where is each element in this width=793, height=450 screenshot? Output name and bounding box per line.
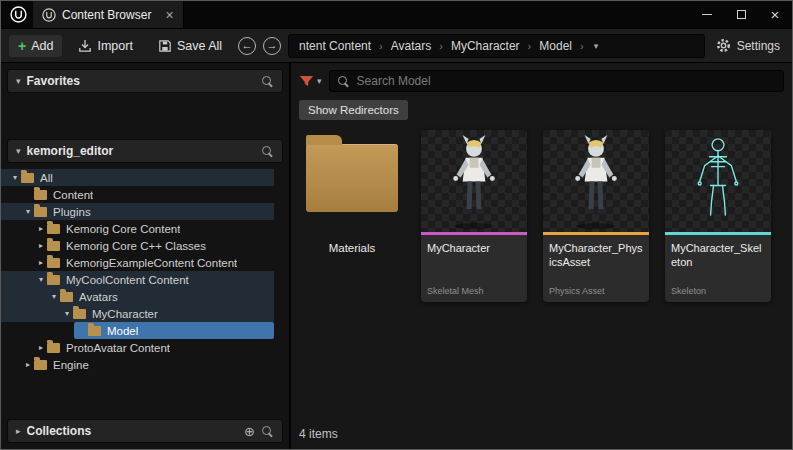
import-icon: [78, 39, 92, 53]
search-icon[interactable]: [261, 75, 274, 88]
minimize-icon: [702, 14, 712, 15]
sources-panel: ▾ Favorites ▾ kemorig_editor ▾AllContent…: [1, 63, 289, 449]
breadcrumb-separator-icon: ›: [379, 40, 383, 52]
expand-arrow-icon[interactable]: ▸: [35, 343, 47, 352]
asset-name: MyCharacter: [421, 235, 527, 255]
gear-icon: [716, 38, 731, 53]
search-icon[interactable]: [261, 425, 274, 438]
expand-arrow-icon: ▾: [16, 76, 21, 86]
tab-content-browser[interactable]: Content Browser ×: [33, 1, 184, 28]
tree-item-label: All: [40, 172, 53, 184]
search-input[interactable]: [357, 74, 776, 88]
close-button[interactable]: ×: [758, 1, 792, 28]
expand-arrow-icon[interactable]: ▾: [9, 173, 21, 182]
add-collection-icon[interactable]: ⊕: [244, 425, 255, 438]
filter-chip-row: Show Redirectors: [299, 100, 784, 120]
folder-icon: [73, 309, 86, 319]
save-all-button-label: Save All: [177, 39, 222, 53]
path-dropdown-icon[interactable]: ▾: [594, 41, 599, 51]
funnel-icon: [299, 75, 314, 88]
folder-icon: [88, 326, 101, 336]
forward-button[interactable]: →: [263, 37, 281, 55]
folder-name: Materials: [329, 242, 376, 254]
tree-item-label: KemorigExampleContent Content: [66, 257, 237, 269]
add-button[interactable]: + Add: [9, 35, 62, 57]
tree-item-plugins[interactable]: ▾Plugins: [1, 203, 274, 220]
titlebar[interactable]: Content Browser × ×: [1, 1, 792, 29]
asset-type-label: Skeleton: [665, 286, 771, 302]
sources-header[interactable]: ▾ kemorig_editor: [7, 139, 283, 163]
tree-item-label: Avatars: [79, 291, 118, 303]
expand-arrow-icon[interactable]: ▸: [35, 258, 47, 267]
expand-arrow-icon[interactable]: ▸: [35, 224, 47, 233]
show-redirectors-filter[interactable]: Show Redirectors: [299, 100, 408, 120]
tree-item-mycharacter[interactable]: ▾MyCharacter: [1, 305, 274, 322]
search-icon: [337, 75, 350, 88]
folder-icon: [21, 173, 34, 183]
expand-arrow-icon[interactable]: ▾: [35, 275, 47, 284]
folder-icon: [60, 292, 73, 302]
expand-arrow-icon[interactable]: ▾: [22, 207, 34, 216]
breadcrumb-item[interactable]: Avatars: [391, 39, 431, 53]
search-input-wrapper: [329, 70, 784, 92]
skeleton-thumbnail: [665, 130, 771, 232]
folder-icon: [34, 190, 47, 200]
sources-label: kemorig_editor: [27, 144, 255, 158]
search-icon[interactable]: [261, 145, 274, 158]
save-icon: [158, 39, 172, 53]
folder-tree: ▾AllContent▾Plugins▸Kemorig Core Content…: [1, 169, 289, 413]
filter-button[interactable]: ▾: [299, 75, 322, 88]
favorites-empty-area: [1, 93, 289, 139]
tab-close-icon[interactable]: ×: [165, 8, 173, 22]
asset-type-label: Physics Asset: [543, 286, 649, 302]
folder-icon: [34, 207, 47, 217]
tree-item-label: Plugins: [53, 206, 91, 218]
folder-item-materials[interactable]: Materials: [299, 130, 405, 302]
content-browser-window: Content Browser × × + Add Import Save Al…: [0, 0, 793, 450]
tree-item-label: ProtoAvatar Content: [66, 342, 170, 354]
tree-item-model[interactable]: Model: [74, 322, 274, 339]
import-button[interactable]: Import: [69, 35, 141, 57]
asset-tile-mycharacter-physicsasset[interactable]: MyCharacter_PhysicsAssetPhysics Asset: [543, 130, 649, 302]
tree-item-engine[interactable]: ▸Engine: [1, 356, 274, 373]
asset-tile-mycharacter[interactable]: MyCharacterSkeletal Mesh: [421, 130, 527, 302]
settings-button-label: Settings: [737, 39, 780, 53]
breadcrumb-item[interactable]: ntent Content: [299, 39, 371, 53]
expand-arrow-icon[interactable]: ▸: [35, 241, 47, 250]
asset-tile-mycharacter-skeleton[interactable]: MyCharacter_SkeletonSkeleton: [665, 130, 771, 302]
folder-icon: [34, 360, 47, 370]
minimize-button[interactable]: [690, 1, 724, 28]
tree-item-kemorig-core-content[interactable]: ▸Kemorig Core Content: [1, 220, 274, 237]
tree-item-protoavatar-content[interactable]: ▸ProtoAvatar Content: [1, 339, 274, 356]
tree-item-label: MyCoolContent Content: [66, 274, 189, 286]
tree-item-label: Engine: [53, 359, 89, 371]
save-all-button[interactable]: Save All: [149, 35, 231, 57]
back-button[interactable]: ←: [238, 37, 256, 55]
settings-button[interactable]: Settings: [712, 38, 784, 53]
folder-icon: [306, 144, 398, 212]
breadcrumb-separator-icon: ›: [528, 40, 532, 52]
asset-type-label: Skeletal Mesh: [421, 286, 527, 302]
collections-label: Collections: [27, 424, 239, 438]
breadcrumb-separator-icon: ›: [580, 40, 584, 52]
expand-arrow-icon[interactable]: ▸: [22, 360, 34, 369]
plus-icon: +: [18, 39, 26, 53]
tree-item-kemorig-core-c-classes[interactable]: ▸Kemorig Core C++ Classes: [1, 237, 274, 254]
breadcrumb-item[interactable]: MyCharacter: [451, 39, 520, 53]
collections-header[interactable]: ▸ Collections ⊕: [7, 419, 283, 443]
maximize-button[interactable]: [724, 1, 758, 28]
chevron-down-icon: ▾: [317, 76, 322, 86]
favorites-label: Favorites: [27, 74, 255, 88]
tree-item-content[interactable]: Content: [1, 186, 274, 203]
asset-view: ▾ Show Redirectors MaterialsMyCharacterS…: [291, 63, 792, 449]
favorites-header[interactable]: ▾ Favorites: [7, 69, 283, 93]
tree-item-mycoolcontent-content[interactable]: ▾MyCoolContent Content: [1, 271, 274, 288]
item-count: 4 items: [299, 423, 784, 443]
tree-item-kemorigexamplecontent-content[interactable]: ▸KemorigExampleContent Content: [1, 254, 274, 271]
import-button-label: Import: [97, 39, 132, 53]
expand-arrow-icon[interactable]: ▾: [61, 309, 73, 318]
breadcrumb-item[interactable]: Model: [539, 39, 572, 53]
tree-item-avatars[interactable]: ▾Avatars: [1, 288, 274, 305]
tree-item-all[interactable]: ▾All: [1, 169, 274, 186]
expand-arrow-icon[interactable]: ▾: [48, 292, 60, 301]
